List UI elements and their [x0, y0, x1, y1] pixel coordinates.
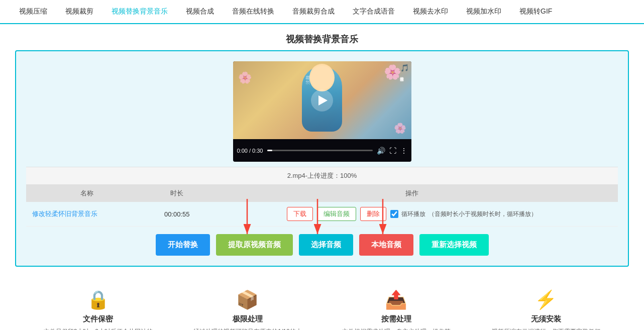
fullscreen-icon[interactable]: ⛶	[389, 147, 396, 155]
nav-video-compress[interactable]: 视频压缩	[10, 0, 56, 23]
upload-progress-bar: 2.mp4-上传进度：100%	[26, 167, 618, 185]
features-row: 🔒 文件保密 文件只保留2小时，2小时后便会从网站的服 📦 极限处理 经过处理的…	[0, 277, 644, 330]
action-section: 开始替换 提取原视频音频 选择音频 本地音频 重新选择视频	[26, 234, 618, 256]
feature-noinstall-title: 无须安装	[531, 314, 561, 324]
reselect-video-button[interactable]: 重新选择视频	[419, 234, 489, 256]
nav-audio-cut[interactable]: 音频裁剪合成	[283, 0, 344, 23]
volume-icon[interactable]: 🔊	[377, 147, 385, 155]
more-icon[interactable]: ⋮	[400, 147, 407, 155]
progress-fill	[267, 150, 273, 151]
nav-video-watermark-remove[interactable]: 视频去水印	[404, 0, 457, 23]
page-title: 视频替换背景音乐	[286, 34, 358, 44]
nav-video-to-gif[interactable]: 视频转GIF	[510, 0, 561, 23]
feature-extreme-title: 极限处理	[233, 314, 263, 324]
extract-audio-button[interactable]: 提取原视频音频	[216, 234, 293, 256]
video-time: 0:00 / 0:30	[237, 148, 263, 154]
feature-ondemand-desc: 文件根据需求处理，自主义处理，操作简	[342, 327, 451, 330]
feature-security-title: 文件保密	[83, 314, 113, 324]
noinstall-icon: ⚡	[534, 289, 557, 310]
upload-status-text: 2.mp4-上传进度：100%	[287, 172, 357, 179]
security-icon: 🔒	[87, 289, 110, 310]
page-title-bar: 视频替换背景音乐	[0, 24, 644, 50]
feature-ondemand-title: 按需处理	[381, 314, 411, 324]
col-name-header: 名称	[26, 185, 148, 202]
video-player[interactable]: 泫颜 视频替换背景音乐 🌸 🌸 🌸 🎵 0:00 / 0:30 🔊 ⛶ ⋮	[233, 61, 411, 162]
audio-name: 修改轻柔怀旧背景音乐	[26, 202, 148, 227]
audio-operations: 下载 编辑音频 删除 循环播放 （音频时长小于视频时长时，循环播放）	[206, 202, 618, 227]
col-duration-header: 时长	[148, 185, 206, 202]
feature-noinstall-desc: 视频压缩在云端进行，您不需要安装任何软	[491, 327, 601, 330]
watermark-1: 泫颜	[304, 75, 311, 84]
nav-video-watermark-add[interactable]: 视频加水印	[457, 0, 510, 23]
video-thumbnail: 泫颜 视频替换背景音乐 🌸 🌸 🌸 🎵	[233, 61, 411, 139]
feature-security-desc: 文件只保留2小时，2小时后便会从网站的服	[43, 327, 153, 330]
table-row: 修改轻柔怀旧背景音乐 00:00:55 下载 编辑音频 删除 循环播放 （音频时…	[26, 202, 618, 227]
nav-video-compose[interactable]: 视频合成	[177, 0, 223, 23]
select-audio-button[interactable]: 选择音频	[299, 234, 353, 256]
nav-audio-convert[interactable]: 音频在线转换	[223, 0, 283, 23]
feature-extreme: 📦 极限处理 经过处理的视频可能只有原来的1/10的大	[193, 289, 301, 330]
extreme-icon: 📦	[236, 289, 259, 310]
top-navigation: 视频压缩 视频裁剪 视频替换背景音乐 视频合成 音频在线转换 音频裁剪合成 文字…	[0, 0, 644, 24]
op-cell: 下载 编辑音频 删除 循环播放 （音频时长小于视频时长时，循环播放）	[212, 207, 612, 221]
delete-button[interactable]: 删除	[360, 207, 386, 221]
loop-checkbox[interactable]	[390, 210, 398, 218]
feature-noinstall: ⚡ 无须安装 视频压缩在云端进行，您不需要安装任何软	[491, 289, 601, 330]
edit-audio-button[interactable]: 编辑音频	[317, 207, 356, 221]
audio-duration: 00:00:55	[148, 202, 206, 227]
audio-table: 名称 时长 操作 修改轻柔怀旧背景音乐 00:00:55 下载 编辑音频 删除 …	[26, 185, 618, 227]
ondemand-icon: 📤	[385, 289, 407, 310]
video-controls: 0:00 / 0:30 🔊 ⛶ ⋮	[233, 139, 411, 162]
video-area: 泫颜 视频替换背景音乐 🌸 🌸 🌸 🎵 0:00 / 0:30 🔊 ⛶ ⋮	[26, 61, 618, 162]
loop-label: 循环播放	[401, 210, 425, 218]
start-replace-button[interactable]: 开始替换	[156, 234, 210, 256]
feature-extreme-desc: 经过处理的视频可能只有原来的1/10的大	[193, 327, 301, 330]
nav-video-replace-music[interactable]: 视频替换背景音乐	[102, 0, 177, 24]
nav-text-to-speech[interactable]: 文字合成语音	[344, 0, 404, 23]
progress-bar[interactable]	[267, 150, 373, 151]
col-operation-header: 操作	[206, 185, 618, 202]
local-audio-button[interactable]: 本地音频	[359, 234, 413, 256]
nav-video-crop[interactable]: 视频裁剪	[56, 0, 102, 23]
main-container: 泫颜 视频替换背景音乐 🌸 🌸 🌸 🎵 0:00 / 0:30 🔊 ⛶ ⋮	[15, 50, 629, 267]
feature-security: 🔒 文件保密 文件只保留2小时，2小时后便会从网站的服	[43, 289, 153, 330]
download-button[interactable]: 下载	[287, 207, 313, 221]
loop-hint: （音频时长小于视频时长时，循环播放）	[428, 210, 537, 218]
play-button[interactable]	[311, 89, 333, 112]
feature-ondemand: 📤 按需处理 文件根据需求处理，自主义处理，操作简	[342, 289, 451, 330]
action-buttons: 开始替换 提取原视频音频 选择音频 本地音频 重新选择视频	[26, 234, 618, 256]
loop-area: 循环播放 （音频时长小于视频时长时，循环播放）	[390, 210, 537, 218]
